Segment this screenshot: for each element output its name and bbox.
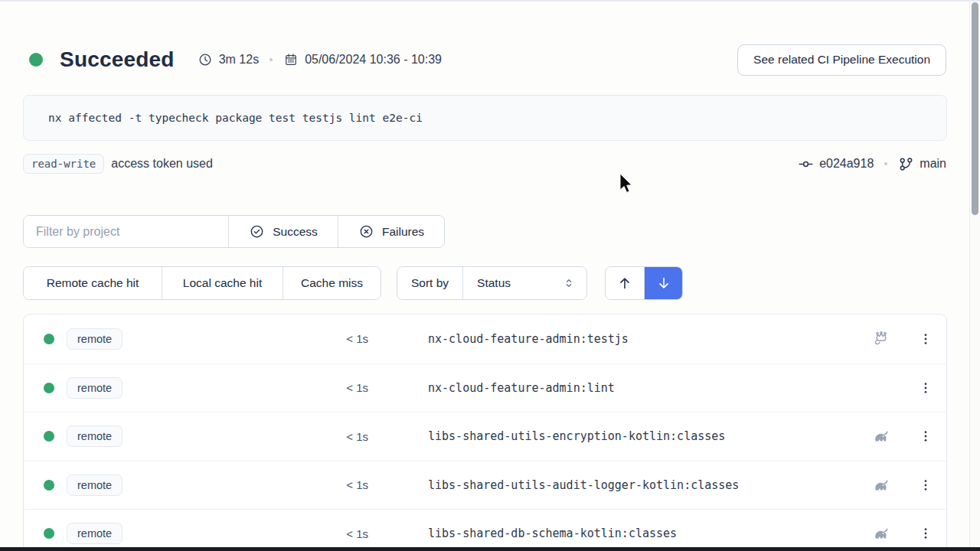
task-duration: < 1s (303, 430, 368, 443)
row-menu-button[interactable] (915, 474, 936, 497)
task-duration: < 1s (303, 527, 368, 540)
sort-group: Sort by Status (397, 266, 587, 300)
branch-icon (898, 156, 914, 172)
window-bottom-edge (0, 547, 980, 551)
local-cache-hit-button[interactable]: Local cache hit (162, 267, 283, 299)
command-block: nx affected -t typecheck package test te… (23, 95, 947, 141)
failures-filter-button[interactable]: Failures (338, 216, 444, 247)
cache-source-badge: remote (67, 377, 122, 399)
task-list: remote < 1s nx-cloud-feature-admin:testj… (23, 314, 947, 551)
gradle-icon (872, 427, 890, 445)
mouse-cursor-icon (617, 173, 635, 196)
commit-hash[interactable]: e024a918 (819, 157, 874, 171)
project-filter-segment (24, 216, 228, 247)
cache-miss-button[interactable]: Cache miss (283, 267, 381, 299)
run-date-range: 05/06/2024 10:36 - 10:39 (283, 52, 442, 67)
row-menu-button[interactable] (915, 377, 936, 399)
command-text: nx affected -t typecheck package test te… (48, 112, 423, 124)
task-name: libs-shared-db-schema-kotlin:classes (428, 527, 677, 540)
commit-icon (798, 156, 814, 172)
task-row[interactable]: remote < 1s libs-shared-utils-encryption… (24, 412, 946, 461)
task-duration: < 1s (303, 478, 368, 491)
sort-direction-group (605, 266, 683, 300)
success-filter-label: Success (273, 225, 318, 239)
gradle-icon (872, 524, 890, 543)
failures-filter-label: Failures (382, 225, 424, 239)
task-row[interactable]: remote < 1s nx-cloud-feature-admin:lint (24, 364, 946, 412)
check-circle-icon (249, 223, 265, 240)
scrollbar-track[interactable] (969, 2, 980, 551)
task-status-dot (44, 480, 54, 491)
filter-by-project-input[interactable] (24, 225, 228, 239)
task-duration: < 1s (303, 332, 368, 345)
cache-filter-group: Remote cache hit Local cache hit Cache m… (23, 266, 381, 300)
run-status-dot (29, 53, 43, 67)
cache-source-badge: remote (67, 425, 122, 447)
scrollbar-thumb[interactable] (972, 2, 978, 215)
sort-by-label: Sort by (397, 267, 462, 299)
run-status-title: Succeeded (60, 47, 175, 72)
clock-icon (198, 52, 213, 67)
task-row[interactable]: remote < 1s nx-cloud-feature-admin:testj… (24, 315, 946, 364)
top-border (0, 0, 980, 2)
sort-ascending-button[interactable] (606, 267, 644, 299)
calendar-icon (283, 52, 299, 67)
sort-select[interactable]: Status (462, 267, 586, 299)
access-token-text: access token used (111, 157, 213, 171)
cache-source-badge: remote (67, 523, 122, 544)
task-status-dot (44, 383, 54, 393)
sort-descending-button[interactable] (644, 267, 682, 299)
row-menu-button[interactable] (915, 522, 936, 545)
sort-select-value: Status (477, 276, 511, 290)
run-header: Succeeded 3m 12s 05/06/2024 10:36 - 10:3… (23, 44, 946, 76)
run-duration: 3m 12s (198, 52, 259, 67)
task-row[interactable]: remote < 1s libs-shared-db-schema-kotlin… (24, 509, 946, 551)
chevron-updown-icon (562, 276, 576, 290)
task-status-dot (44, 528, 54, 539)
success-filter-button[interactable]: Success (228, 216, 338, 247)
arrow-up-icon (616, 275, 633, 292)
see-related-pipeline-button[interactable]: See related CI Pipeline Execution (737, 44, 946, 76)
cache-source-badge: remote (67, 328, 122, 350)
row-menu-button[interactable] (915, 328, 936, 350)
arrow-down-icon (655, 275, 672, 292)
vcs-info: e024a918 main (798, 156, 946, 172)
remote-cache-hit-button[interactable]: Remote cache hit (24, 267, 162, 299)
task-duration: < 1s (303, 381, 368, 394)
x-circle-icon (358, 223, 374, 240)
page: Succeeded 3m 12s 05/06/2024 10:36 - 10:3… (0, 0, 980, 551)
cache-source-badge: remote (67, 474, 122, 496)
row-menu-button[interactable] (915, 425, 936, 448)
task-name: libs-shared-utils-encryption-kotlin:clas… (428, 429, 725, 443)
branch-name[interactable]: main (920, 157, 946, 171)
task-status-dot (44, 431, 54, 442)
task-status-dot (44, 334, 54, 344)
task-row[interactable]: remote < 1s libs-shared-utils-audit-logg… (24, 461, 946, 510)
access-token-badge: read-write (23, 154, 104, 174)
task-name: nx-cloud-feature-admin:testjs (428, 332, 629, 346)
task-name: libs-shared-utils-audit-logger-kotlin:cl… (428, 478, 739, 492)
run-duration-label: 3m 12s (219, 53, 259, 67)
separator-dot (270, 58, 273, 61)
status-filter-group: Success Failures (23, 215, 445, 248)
run-date-label: 05/06/2024 10:36 - 10:39 (305, 53, 442, 67)
task-name: nx-cloud-feature-admin:lint (428, 381, 615, 395)
jest-icon (872, 330, 890, 348)
separator-dot (884, 162, 887, 165)
gradle-icon (872, 476, 890, 494)
token-row: read-write access token used e024a918 ma… (23, 152, 946, 175)
